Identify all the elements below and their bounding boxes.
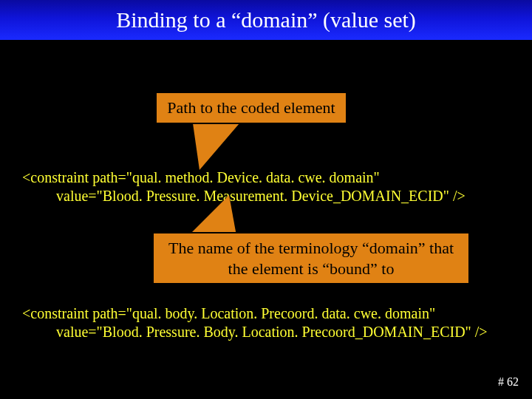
callout-domain-label: The name of the terminology “domain” tha… xyxy=(152,232,470,284)
callout-pointer-top xyxy=(192,118,244,170)
callout-path-label: Path to the coded element xyxy=(155,92,347,124)
code-block-1: <constraint path="qual. method. Device. … xyxy=(22,168,510,205)
callout-pointer-bottom xyxy=(188,195,236,236)
code-line: <constraint path="qual. body. Location. … xyxy=(22,305,435,321)
code-line: value="Blood. Pressure. Measurement. Dev… xyxy=(22,187,510,205)
code-block-2: <constraint path="qual. body. Location. … xyxy=(22,304,510,341)
code-line: value="Blood. Pressure. Body. Location. … xyxy=(22,323,510,341)
slide-number: # 62 xyxy=(498,375,519,389)
page-title: Binding to a “domain” (value set) xyxy=(116,7,416,33)
code-line: <constraint path="qual. method. Device. … xyxy=(22,169,380,185)
title-bar: Binding to a “domain” (value set) xyxy=(0,0,532,40)
